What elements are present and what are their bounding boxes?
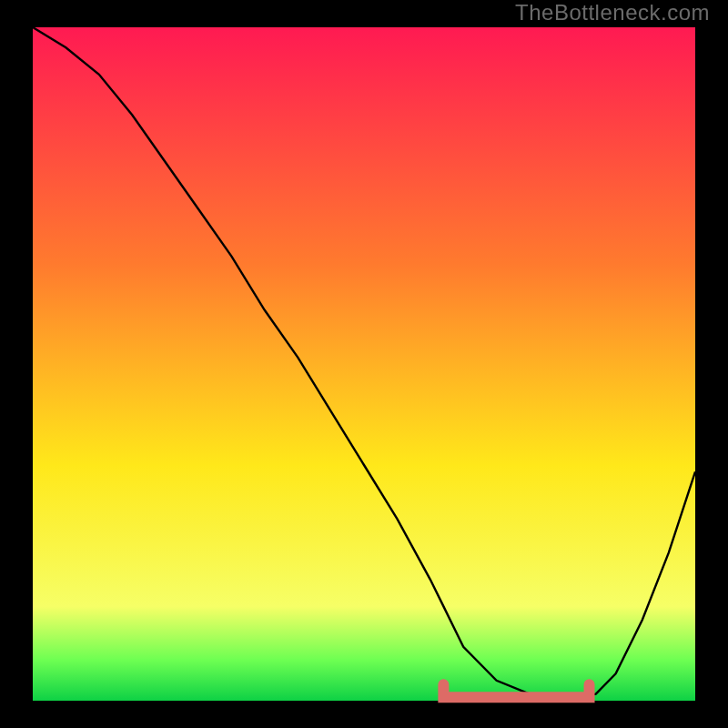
bottleneck-chart — [0, 0, 728, 728]
chart-frame: TheBottleneck.com — [0, 0, 728, 728]
gradient-background — [33, 27, 695, 701]
